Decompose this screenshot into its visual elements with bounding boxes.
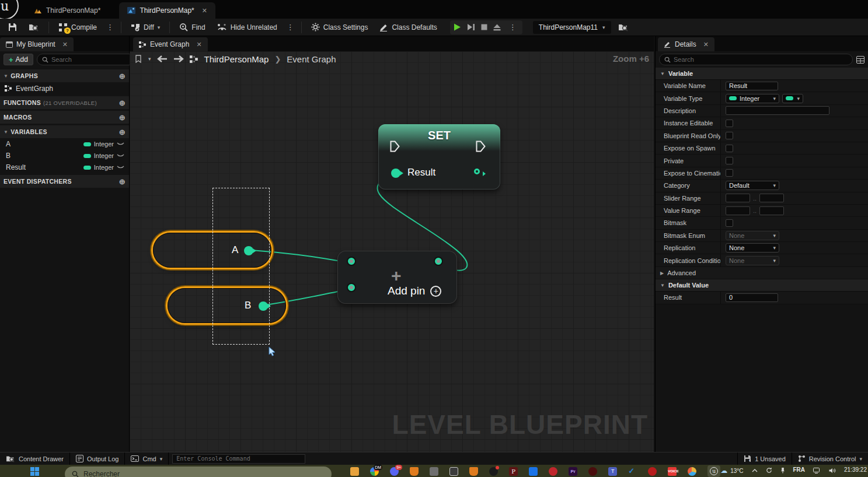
- pen-tool-icon[interactable]: [469, 467, 478, 476]
- collapse-caret-icon[interactable]: ▼: [660, 283, 665, 288]
- close-icon[interactable]: ✕: [202, 7, 207, 15]
- row-advanced[interactable]: ▶ Advanced: [656, 267, 868, 279]
- network-icon[interactable]: [813, 468, 821, 474]
- content-drawer-button[interactable]: Content Drawer: [0, 453, 70, 465]
- slider-range-max-input[interactable]: [759, 194, 784, 202]
- add-variable-icon[interactable]: ⊕: [119, 128, 126, 136]
- sync-icon[interactable]: [766, 467, 772, 474]
- search-input[interactable]: [51, 56, 134, 63]
- section-macros[interactable]: MACROS ⊕: [0, 111, 129, 124]
- result-output-pin[interactable]: [474, 169, 480, 174]
- close-icon[interactable]: ✕: [62, 41, 68, 48]
- taskbar-search[interactable]: Rechercher: [65, 467, 332, 477]
- tab-event-graph[interactable]: Event Graph ✕: [133, 37, 208, 51]
- default-result-input[interactable]: [726, 293, 778, 302]
- find-button[interactable]: Find: [175, 20, 210, 34]
- set-result-node[interactable]: SET Result: [378, 124, 500, 190]
- compile-button[interactable]: ? Compile: [54, 20, 102, 34]
- snipping-tool-icon[interactable]: [449, 467, 458, 476]
- category-dropdown[interactable]: Default ▾: [726, 181, 779, 190]
- unsaved-indicator[interactable]: * 1 Unsaved: [737, 453, 792, 465]
- close-icon[interactable]: ✕: [196, 41, 201, 48]
- value-range-min-input[interactable]: [726, 206, 750, 215]
- hide-unrelated-button[interactable]: Hide Unrelated: [212, 20, 282, 34]
- search-input[interactable]: [674, 56, 848, 63]
- class-defaults-button[interactable]: Class Defaults: [375, 20, 441, 34]
- eject-icon[interactable]: [493, 24, 501, 31]
- add-input-pin-2[interactable]: [348, 284, 355, 291]
- revision-control-button[interactable]: Revision Control ▾: [792, 453, 868, 465]
- variable-row-result[interactable]: Result Integer: [0, 162, 129, 173]
- section-graphs[interactable]: ▼ GRAPHS ⊕: [0, 69, 129, 82]
- my-blueprint-search[interactable]: [37, 54, 140, 65]
- blueprint-read-only-checkbox[interactable]: [726, 132, 733, 139]
- collapse-caret-icon[interactable]: ▼: [4, 73, 8, 79]
- language-indicator[interactable]: FRA: [793, 467, 806, 473]
- eye-closed-icon[interactable]: [117, 142, 124, 146]
- weather-widget[interactable]: ☁ 13°C: [720, 467, 743, 475]
- speaker-icon[interactable]: [829, 468, 836, 474]
- section-variable[interactable]: ▼ Variable: [656, 68, 868, 80]
- tab-details[interactable]: Details ✕: [658, 37, 714, 51]
- slider-range-min-input[interactable]: [726, 194, 750, 202]
- tab-my-blueprint[interactable]: My Blueprint ✕: [0, 37, 74, 51]
- pin-icon[interactable]: [780, 467, 785, 474]
- class-settings-button[interactable]: Class Settings: [306, 20, 373, 34]
- save-button[interactable]: [4, 20, 22, 34]
- voicemod-icon[interactable]: VOICE: [668, 467, 677, 476]
- private-checkbox[interactable]: [726, 157, 733, 164]
- opera-icon[interactable]: [549, 467, 557, 476]
- result-input-pin[interactable]: [391, 169, 400, 178]
- bitmask-checkbox[interactable]: [726, 219, 733, 227]
- eye-closed-icon[interactable]: [117, 153, 124, 158]
- section-functions[interactable]: FUNCTIONS (21 OVERRIDABLE) ⊕: [0, 96, 129, 109]
- add-event-dispatcher-icon[interactable]: ⊕: [119, 177, 126, 186]
- asset-tab-thirdpersonmap-level[interactable]: ThirdPersonMap*: [26, 2, 109, 19]
- chevron-down-icon[interactable]: ▾: [148, 56, 151, 62]
- variable-row-b[interactable]: B Integer: [0, 150, 129, 162]
- output-log-button[interactable]: Output Log: [70, 453, 125, 465]
- section-variables[interactable]: ▼ VARIABLES ⊕: [0, 125, 129, 138]
- eye-closed-icon[interactable]: [117, 165, 124, 170]
- close-icon[interactable]: ✕: [703, 41, 709, 48]
- pen-tool-icon[interactable]: [410, 467, 419, 476]
- add-output-pin[interactable]: [435, 258, 442, 265]
- breadcrumb-root[interactable]: ThirdPersonMap: [204, 54, 269, 64]
- app-icon-red[interactable]: [648, 467, 657, 476]
- windows-start-button[interactable]: [30, 467, 39, 476]
- play-target-dropdown[interactable]: ThirdPersonMap11 ▾: [533, 21, 611, 34]
- play-options-kebab[interactable]: ⋮: [507, 23, 519, 31]
- stop-icon[interactable]: [481, 24, 487, 30]
- unreal-engine-taskbar-icon[interactable]: u: [707, 465, 720, 477]
- premiere-icon[interactable]: Pr: [569, 467, 577, 476]
- add-node[interactable]: + Add pin +: [337, 251, 457, 304]
- app-icon[interactable]: [430, 467, 438, 476]
- pinterest-icon[interactable]: P: [509, 467, 518, 476]
- back-arrow-icon[interactable]: [157, 55, 168, 62]
- variable-name-input[interactable]: [726, 82, 778, 90]
- exec-output-pin[interactable]: [476, 141, 486, 152]
- asset-tab-thirdpersonmap-blueprint[interactable]: ThirdPersonMap* ✕: [119, 2, 215, 19]
- expose-to-cinematics-checkbox[interactable]: [726, 169, 733, 177]
- app-icon-dark-red[interactable]: [588, 467, 597, 476]
- description-input[interactable]: [726, 106, 829, 115]
- variable-type-dropdown[interactable]: Integer ▾: [726, 94, 779, 103]
- browse-target-button[interactable]: [613, 20, 633, 34]
- container-type-dropdown[interactable]: ▾: [782, 94, 803, 103]
- tray-expand-chevron-icon[interactable]: [752, 468, 758, 472]
- console-command-input[interactable]: [172, 454, 305, 464]
- add-input-pin-1[interactable]: [348, 258, 355, 265]
- file-explorer-icon[interactable]: [350, 467, 359, 476]
- section-event-dispatchers[interactable]: EVENT DISPATCHERS ⊕: [0, 175, 129, 188]
- graph-item-eventgraph[interactable]: EventGraph: [0, 82, 129, 94]
- checkmark-app-icon[interactable]: ✓: [628, 467, 637, 476]
- collapse-caret-icon[interactable]: ▼: [660, 71, 665, 76]
- details-search[interactable]: [659, 54, 853, 65]
- step-forward-icon[interactable]: [467, 23, 475, 31]
- app-icon-colorful[interactable]: [688, 467, 696, 476]
- diff-button[interactable]: Diff ▾: [126, 20, 165, 34]
- add-macro-icon[interactable]: ⊕: [119, 113, 126, 122]
- clock[interactable]: 21:39:22: [844, 467, 867, 473]
- section-default-value[interactable]: ▼ Default Value: [656, 279, 868, 292]
- compile-options-kebab[interactable]: ⋮: [104, 23, 116, 31]
